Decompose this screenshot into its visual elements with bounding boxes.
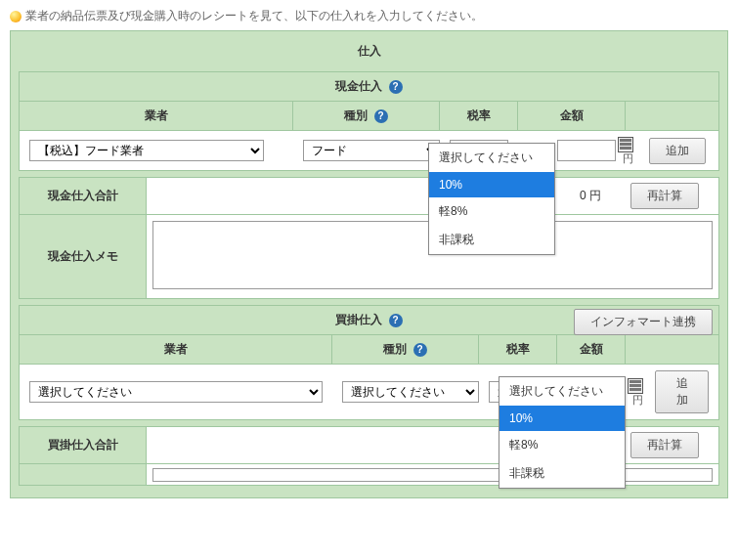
credit-column-headers: 業者 種別 ? 税率 金額 [20,335,718,365]
credit-total-label: 買掛仕入合計 [20,427,147,463]
col-amount: 金額 [518,102,626,130]
col-spacer [626,102,718,130]
cash-header-label: 現金仕入 [335,79,382,93]
dropdown-option-8[interactable]: 軽8% [429,197,554,226]
yen-label: 円 [623,152,633,164]
col-supplier: 業者 [20,102,293,130]
cash-total-row: 現金仕入合計 0 円 再計算 [20,178,718,214]
col-spacer [626,335,718,364]
col-amount: 金額 [557,335,626,364]
calculator-icon[interactable] [628,378,643,394]
recalc-button[interactable]: 再計算 [630,432,699,458]
panel-title: 仕入 [17,37,721,65]
cash-total-label: 現金仕入合計 [20,178,147,214]
help-icon[interactable]: ? [389,314,403,327]
yen-label: 円 [632,394,643,406]
add-button[interactable]: 追加 [655,370,709,413]
cash-column-headers: 業者 種別 ? 税率 金額 [20,102,718,131]
help-icon[interactable]: ? [413,343,427,357]
dropdown-option-placeholder[interactable]: 選択してください [429,144,554,172]
credit-memo-textarea[interactable] [152,468,713,482]
cash-purchase-block: 現金仕入 ? 業者 種別 ? 税率 金額 【税込】フード業者 フード [19,71,719,171]
tax-dropdown[interactable]: 選択してください 10% 軽8% 非課税 [499,376,626,489]
help-icon[interactable]: ? [389,80,403,94]
cash-memo-label: 現金仕入メモ [20,215,147,298]
cash-memo-row: 現金仕入メモ [20,214,718,298]
lightbulb-icon [10,11,22,22]
col-supplier: 業者 [20,335,332,364]
supplier-select[interactable]: 選択してください [29,381,323,403]
credit-header-label: 買掛仕入 [335,313,382,326]
credit-purchase-block: 買掛仕入 ? インフォマート連携 業者 種別 ? 税率 金額 選択してください [19,305,719,420]
dropdown-option-10[interactable]: 10% [499,406,625,431]
hint-text: 業者の納品伝票及び現金購入時のレシートを見て、以下の仕入れを入力してください。 [25,8,483,24]
col-type: 種別 ? [293,102,440,130]
col-tax: 税率 [479,335,557,364]
credit-memo-label [20,464,147,485]
purchase-panel: 仕入 現金仕入 ? 業者 種別 ? 税率 金額 【税込】フード業者 [10,30,728,498]
supplier-select[interactable]: 【税込】フード業者 [29,140,264,161]
add-button[interactable]: 追加 [649,138,706,164]
amount-input[interactable] [557,140,616,161]
infomart-link-button[interactable]: インフォマート連携 [574,309,713,335]
dropdown-option-exempt[interactable]: 非課税 [499,459,625,488]
col-type: 種別 ? [332,335,479,364]
dropdown-option-placeholder[interactable]: 選択してください [499,377,625,406]
recalc-button[interactable]: 再計算 [630,183,699,209]
cash-input-row: 【税込】フード業者 フード 選択し 円 追加 [20,131,718,170]
help-icon[interactable]: ? [374,109,388,123]
cash-header: 現金仕入 ? [20,72,718,102]
page-hint: 業者の納品伝票及び現金購入時のレシートを見て、以下の仕入れを入力してください。 [10,8,728,24]
dropdown-option-10[interactable]: 10% [429,172,554,197]
cash-summary-block: 現金仕入合計 0 円 再計算 現金仕入メモ [19,177,719,299]
type-select[interactable]: フード [303,140,440,161]
credit-header: 買掛仕入 ? インフォマート連携 [20,306,718,335]
tax-dropdown[interactable]: 選択してください 10% 軽8% 非課税 [428,143,555,255]
dropdown-option-exempt[interactable]: 非課税 [429,226,554,254]
type-select[interactable]: 選択してください [342,381,479,403]
dropdown-option-8[interactable]: 軽8% [499,431,625,459]
col-tax: 税率 [440,102,518,130]
calculator-icon[interactable] [618,137,633,152]
